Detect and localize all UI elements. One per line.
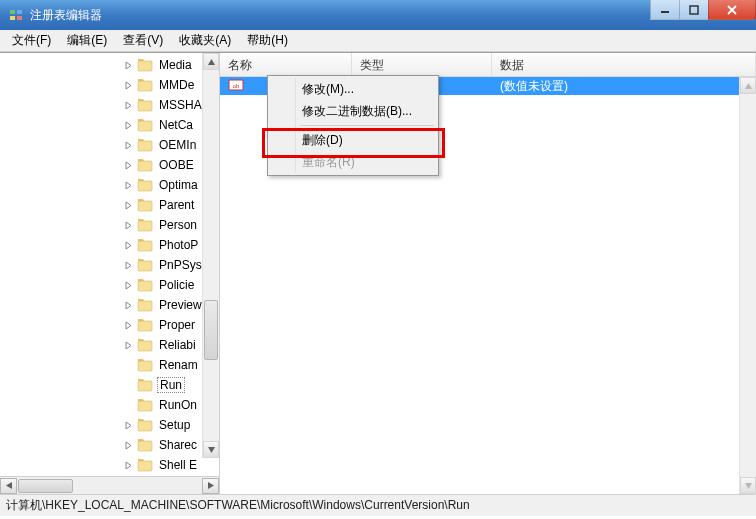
tree-item-label: Shell E xyxy=(157,458,199,472)
menu-file[interactable]: 文件(F) xyxy=(4,29,59,52)
folder-icon xyxy=(137,278,153,292)
tree-item-label: Parent xyxy=(157,198,196,212)
tree-item[interactable]: NetCa xyxy=(0,115,219,135)
tree-item[interactable]: Sharec xyxy=(0,435,219,455)
expand-icon[interactable] xyxy=(122,59,134,71)
svg-rect-11 xyxy=(138,161,152,171)
svg-rect-18 xyxy=(138,301,152,311)
expand-icon[interactable] xyxy=(122,239,134,251)
tree-item-label: MSSHA xyxy=(157,98,204,112)
expand-icon[interactable] xyxy=(122,99,134,111)
expand-icon[interactable] xyxy=(122,419,134,431)
context-menu-delete[interactable]: 删除(D) xyxy=(270,129,436,151)
scroll-down-button[interactable] xyxy=(740,477,756,494)
folder-icon xyxy=(137,438,153,452)
svg-rect-20 xyxy=(138,341,152,351)
expand-icon[interactable] xyxy=(122,79,134,91)
expand-icon[interactable] xyxy=(122,199,134,211)
expand-icon[interactable] xyxy=(122,459,134,471)
tree-item[interactable]: MSSHA xyxy=(0,95,219,115)
minimize-button[interactable] xyxy=(650,0,680,20)
tree-item[interactable]: Renam xyxy=(0,355,219,375)
folder-icon xyxy=(137,78,153,92)
svg-rect-9 xyxy=(138,121,152,131)
expand-icon[interactable] xyxy=(122,279,134,291)
context-menu-rename[interactable]: 重命名(R) xyxy=(270,151,436,173)
tree-item[interactable]: Preview xyxy=(0,295,219,315)
folder-icon xyxy=(137,458,153,472)
context-menu-modify[interactable]: 修改(M)... xyxy=(270,78,436,100)
tree-item[interactable]: RunOn xyxy=(0,395,219,415)
svg-rect-17 xyxy=(138,281,152,291)
tree-item-label: Optima xyxy=(157,178,200,192)
tree-item[interactable]: Person xyxy=(0,215,219,235)
list-vertical-scrollbar[interactable] xyxy=(739,77,756,494)
tree-item[interactable]: OEMIn xyxy=(0,135,219,155)
expand-icon[interactable] xyxy=(122,159,134,171)
scroll-thumb[interactable] xyxy=(204,300,218,360)
tree-item[interactable]: Setup xyxy=(0,415,219,435)
expand-icon[interactable] xyxy=(122,219,134,231)
tree-item[interactable]: Proper xyxy=(0,315,219,335)
tree-panel: MediaMMDeMSSHANetCaOEMInOOBEOptimaParent… xyxy=(0,53,220,494)
menu-help[interactable]: 帮助(H) xyxy=(239,29,296,52)
folder-icon xyxy=(137,158,153,172)
svg-rect-19 xyxy=(138,321,152,331)
scroll-left-button[interactable] xyxy=(0,478,17,494)
statusbar-path: 计算机\HKEY_LOCAL_MACHINE\SOFTWARE\Microsof… xyxy=(6,497,470,514)
scroll-track[interactable] xyxy=(740,94,756,477)
tree-item[interactable]: PhotoP xyxy=(0,235,219,255)
tree-item-label: Sharec xyxy=(157,438,199,452)
expand-placeholder xyxy=(122,379,134,391)
tree-item[interactable]: PnPSys xyxy=(0,255,219,275)
expand-icon[interactable] xyxy=(122,119,134,131)
cell-data: (数值未设置) xyxy=(492,78,756,95)
scroll-down-button[interactable] xyxy=(203,441,219,458)
col-data[interactable]: 数据 xyxy=(492,53,756,76)
scroll-track[interactable] xyxy=(17,478,202,494)
tree-item[interactable]: Run xyxy=(0,375,219,395)
tree-item[interactable]: Parent xyxy=(0,195,219,215)
scroll-track[interactable] xyxy=(203,70,219,441)
expand-icon[interactable] xyxy=(122,439,134,451)
tree-item[interactable]: Reliabi xyxy=(0,335,219,355)
menu-favorites[interactable]: 收藏夹(A) xyxy=(171,29,239,52)
tree-item[interactable]: Optima xyxy=(0,175,219,195)
tree-item-label: PnPSys xyxy=(157,258,204,272)
expand-icon[interactable] xyxy=(122,179,134,191)
folder-icon xyxy=(137,138,153,152)
expand-placeholder xyxy=(122,359,134,371)
tree-item[interactable]: Shell E xyxy=(0,455,219,475)
menu-view[interactable]: 查看(V) xyxy=(115,29,171,52)
expand-icon[interactable] xyxy=(122,139,134,151)
scroll-thumb[interactable] xyxy=(18,479,73,493)
tree-item[interactable]: OOBE xyxy=(0,155,219,175)
folder-icon xyxy=(137,258,153,272)
svg-rect-24 xyxy=(138,421,152,431)
col-type[interactable]: 类型 xyxy=(352,53,492,76)
maximize-button[interactable] xyxy=(679,0,709,20)
tree-item-label: Setup xyxy=(157,418,192,432)
context-menu-modify-binary[interactable]: 修改二进制数据(B)... xyxy=(270,100,436,122)
close-button[interactable] xyxy=(708,0,756,20)
scroll-up-button[interactable] xyxy=(740,77,756,94)
expand-icon[interactable] xyxy=(122,319,134,331)
tree-item-label: NetCa xyxy=(157,118,195,132)
app-icon xyxy=(8,7,24,23)
tree-item[interactable]: MMDe xyxy=(0,75,219,95)
folder-icon xyxy=(137,118,153,132)
folder-icon xyxy=(137,378,153,392)
menubar: 文件(F) 编辑(E) 查看(V) 收藏夹(A) 帮助(H) xyxy=(0,30,756,52)
tree-viewport: MediaMMDeMSSHANetCaOEMInOOBEOptimaParent… xyxy=(0,53,219,476)
tree-horizontal-scrollbar[interactable] xyxy=(0,476,219,494)
tree-item[interactable]: Media xyxy=(0,55,219,75)
expand-icon[interactable] xyxy=(122,299,134,311)
menu-edit[interactable]: 编辑(E) xyxy=(59,29,115,52)
expand-icon[interactable] xyxy=(122,339,134,351)
tree-item[interactable]: Policie xyxy=(0,275,219,295)
col-name[interactable]: 名称 xyxy=(220,53,352,76)
expand-icon[interactable] xyxy=(122,259,134,271)
scroll-up-button[interactable] xyxy=(203,53,219,70)
scroll-right-button[interactable] xyxy=(202,478,219,494)
tree-vertical-scrollbar[interactable] xyxy=(202,53,219,458)
